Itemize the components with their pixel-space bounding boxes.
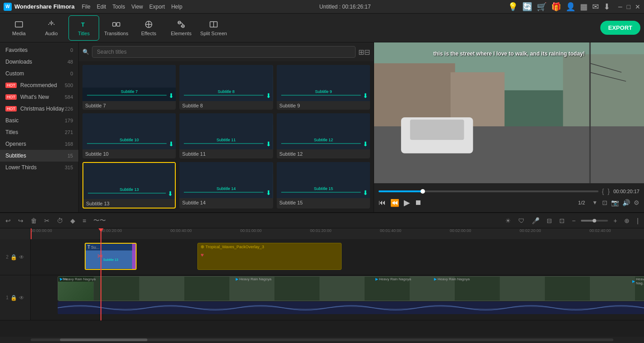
media-button[interactable]: Media (4, 15, 34, 41)
title-card-subtitle14[interactable]: Subtitle 14 ⬇ Subtitle 14 (179, 162, 273, 209)
stop-button[interactable]: ⏹ (415, 199, 422, 207)
svg-rect-15 (277, 65, 370, 101)
titles-button[interactable]: T Titles (69, 15, 99, 41)
sidebar-item-subtitles[interactable]: Subtitles 15 (0, 150, 78, 162)
minimize-button[interactable]: – (618, 3, 622, 11)
effects-button[interactable]: Effects (133, 15, 164, 41)
sidebar-item-recommended[interactable]: HOT Recommended 500 (0, 79, 78, 91)
sidebar-item-christmas[interactable]: HOT Christmas Holiday 226 (0, 103, 78, 115)
title-card-subtitle10[interactable]: Subtitle 10 ⬇ Subtitle 10 (82, 113, 176, 158)
transitions-button[interactable]: Transitions (101, 15, 132, 41)
keyframe-button[interactable]: ◆ (69, 216, 77, 225)
icon-mail[interactable]: ✉ (592, 2, 599, 12)
sidebar-item-custom[interactable]: Custom 0 (0, 68, 78, 79)
maximize-button[interactable]: □ (627, 3, 630, 10)
icon-light[interactable]: 💡 (508, 2, 518, 12)
zoom-thumb[interactable] (593, 219, 596, 222)
color-correction-icon[interactable]: ☀ (503, 216, 513, 225)
sidebar-item-titles[interactable]: Titles 271 (0, 126, 78, 138)
audio-waveform (58, 301, 644, 314)
track-lock-2[interactable]: 🔒 (10, 254, 17, 260)
sidebar-section: Favorites 0 Downloads 48 Custom 0 HOT Re… (0, 42, 78, 175)
menu-view[interactable]: View (131, 4, 143, 10)
svg-rect-27 (83, 163, 175, 199)
screenshot-icon[interactable]: 📷 (611, 199, 619, 206)
menu-export[interactable]: Export (149, 4, 165, 10)
title-card-subtitle13[interactable]: Subtitle 13 ⬇ Subtitle 13 (82, 162, 176, 209)
fullscreen-icon[interactable]: ⊡ (602, 199, 607, 206)
video-clip[interactable]: TTro... ▶Heavy Rain Nagoya ▶Heavy Rain N… (58, 276, 644, 301)
icon-dashboard[interactable]: ▦ (580, 2, 588, 12)
horizontal-scrollbar[interactable] (0, 337, 644, 343)
crop-icon[interactable]: ⊡ (557, 216, 566, 225)
delete-button[interactable]: 🗑 (29, 216, 39, 225)
track-row-1: 1 🔒 👁 TTro... (0, 275, 644, 320)
svg-rect-2 (113, 23, 116, 26)
play-button[interactable]: ▶ (404, 198, 410, 208)
zoom-slider[interactable] (581, 220, 608, 222)
elements-button[interactable]: Elements (166, 15, 196, 41)
timeline-more-icon[interactable]: | (635, 216, 640, 225)
preview-time: 00:00:20:17 (613, 189, 639, 194)
track-eye-2[interactable]: 👁 (19, 254, 24, 260)
zoom-out-icon[interactable]: − (570, 216, 577, 225)
icon-sync[interactable]: 🔄 (522, 2, 532, 12)
cut-button[interactable]: ✂ (42, 216, 51, 225)
scrollbar-track[interactable] (31, 338, 613, 341)
close-button[interactable]: ✕ (635, 3, 640, 10)
volume-icon[interactable]: 🔊 (622, 199, 630, 206)
overlay-clip[interactable]: ⊕ Tropical_Waves_PackOverlay_3 ♥ (197, 243, 342, 270)
progress-thumb[interactable] (420, 189, 425, 194)
frame-back-button[interactable]: ⏪ (390, 199, 399, 207)
app-name: Wondershare Filmora (14, 3, 74, 10)
waveform-button[interactable]: 〜〜 (91, 216, 108, 226)
timeline-area: 00:00:00:00 00:00:20:00 00:00:40:00 00:0… (0, 228, 644, 337)
title-card-subtitle9[interactable]: Subtitle 9 ⬇ Subtitle 9 (277, 65, 370, 110)
menu-tools[interactable]: Tools (112, 4, 125, 10)
voiceover-icon[interactable]: 🎤 (530, 216, 541, 225)
grid-icon[interactable]: ⊞⊟ (358, 48, 370, 56)
skip-back-button[interactable]: ⏮ (379, 199, 386, 207)
icon-gift[interactable]: 🎁 (551, 2, 561, 12)
add-to-timeline-icon[interactable]: ⊕ (622, 216, 631, 225)
sidebar-item-whatsnew[interactable]: HOT What's New 584 (0, 91, 78, 103)
search-input[interactable] (92, 46, 356, 58)
progress-bar[interactable] (379, 190, 598, 192)
menu-edit[interactable]: Edit (97, 4, 106, 10)
title-card-subtitle12[interactable]: Subtitle 12 ⬇ Subtitle 12 (277, 113, 370, 158)
track-eye-1[interactable]: 👁 (19, 295, 24, 301)
scrollbar-thumb[interactable] (60, 338, 147, 341)
timeline-start-marker (31, 228, 32, 239)
title-card-subtitle15[interactable]: Subtitle 15 ⬇ Subtitle 15 (277, 162, 370, 209)
splitscreen-button[interactable]: Split Screen (198, 15, 229, 41)
sidebar-item-lowerthirds[interactable]: Lower Thirds 315 (0, 162, 78, 173)
title-card-subtitle11[interactable]: Subtitle 11 ⬇ Subtitle 11 (179, 113, 273, 158)
history-button[interactable]: ⏱ (55, 216, 65, 225)
undo-button[interactable]: ↩ (4, 216, 13, 225)
audio-button[interactable]: Audio (36, 15, 67, 41)
menu-file[interactable]: File (82, 4, 90, 10)
title-card-subtitle7[interactable]: Subtitle 7 ⬇ Subtitle 7 (82, 65, 176, 110)
transitions-label: Transitions (104, 31, 128, 36)
auto-captions-icon[interactable]: ⊟ (545, 216, 554, 225)
redo-button[interactable]: ↪ (16, 216, 25, 225)
subtitle13-label: Subtitle 13 (83, 199, 175, 208)
stabilize-icon[interactable]: 🛡 (516, 216, 526, 225)
track-lock-1[interactable]: 🔒 (10, 295, 17, 301)
title-card-subtitle8[interactable]: Subtitle 8 ⬇ Subtitle 8 (179, 65, 273, 110)
chevron-down-icon[interactable]: ▼ (592, 199, 598, 206)
menu-help[interactable]: Help (171, 4, 183, 10)
sidebar-item-openers[interactable]: Openers 168 (0, 138, 78, 150)
icon-download[interactable]: ⬇ (603, 2, 610, 12)
sidebar-item-favorites[interactable]: Favorites 0 (0, 44, 78, 56)
export-button[interactable]: EXPORT (600, 21, 640, 35)
icon-user[interactable]: 👤 (566, 2, 575, 12)
title-clip[interactable]: T Su... Subtitle 13 (85, 243, 137, 270)
zoom-in-icon[interactable]: + (612, 216, 619, 225)
timecode-3: 00:01:00:00 (240, 228, 262, 233)
icon-cart[interactable]: 🛒 (537, 2, 547, 12)
audio-settings-button[interactable]: ≡ (81, 216, 88, 225)
settings-icon[interactable]: ⚙ (634, 199, 639, 206)
sidebar-item-downloads[interactable]: Downloads 48 (0, 56, 78, 68)
sidebar-item-basic[interactable]: Basic 179 (0, 115, 78, 126)
